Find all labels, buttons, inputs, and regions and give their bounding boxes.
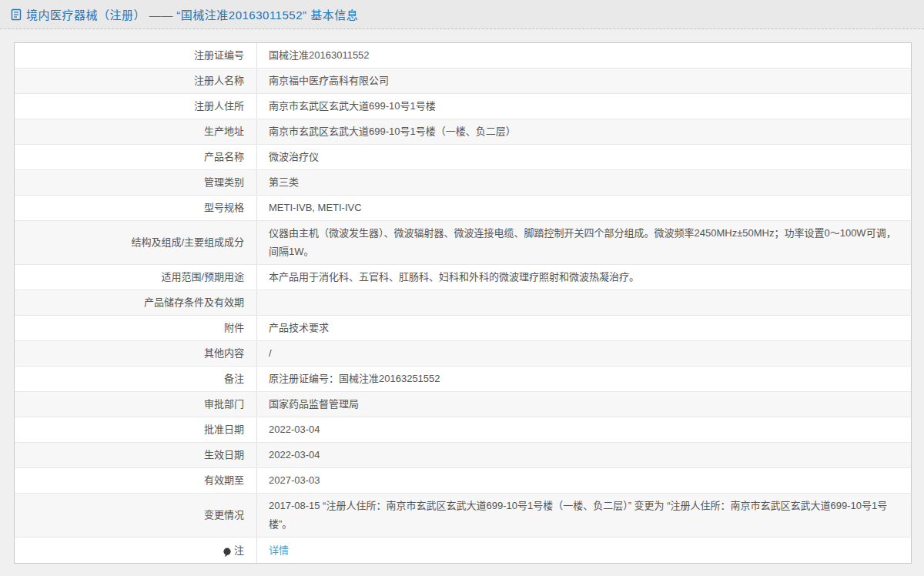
row-label: 管理类别 [15,170,257,195]
row-label: 注 [15,537,257,563]
row-value-text: / [269,344,272,363]
row-label: 注册证编号 [15,43,257,68]
row-label: 生效日期 [15,443,257,467]
row-label-text: 备注 [224,370,244,388]
details-link[interactable]: 详情 [269,541,289,560]
row-label: 注册人住所 [15,94,257,119]
row-label-text: 附件 [224,319,244,337]
row-value-text: 第三类 [269,173,299,192]
row-value-text: 2022-03-04 [269,420,320,439]
table-row: 批准日期 2022-03-04 [15,417,911,443]
table-row: 有效期至 2027-03-03 [15,468,911,494]
table-row: 管理类别 第三类 [15,170,911,196]
table-row: 其他内容 / [15,341,911,367]
row-value-text: 国家药品监督管理局 [269,395,359,414]
row-value: 仪器由主机（微波发生器）、微波辐射器、微波连接电缆、脚踏控制开关四个部分组成。微… [257,221,911,264]
table-row: 型号规格 METI-IVB, METI-IVC [15,196,911,221]
row-label-text: 生效日期 [204,446,244,464]
table-row: 审批部门 国家药品监督管理局 [15,392,911,417]
row-label-text: 注册人名称 [194,72,244,90]
row-value: 原注册证编号：国械注准20163251552 [257,367,911,391]
row-value: 南京福中医疗高科有限公司 [257,69,911,93]
row-value: 南京市玄武区玄武大道699-10号1号楼（一楼、负二层） [257,119,911,144]
row-label-text: 适用范围/预期用途 [161,268,244,286]
row-value: 南京市玄武区玄武大道699-10号1号楼 [257,94,911,119]
row-label-text: 审批部门 [204,395,244,414]
row-label: 变更情况 [15,494,257,537]
row-value: 本产品用于消化科、五官科、肛肠科、妇科和外科的微波理疗照射和微波热凝治疗。 [257,265,911,290]
row-label-text: 注册证编号 [194,46,244,65]
row-value: 微波治疗仪 [257,145,911,169]
table-row: 变更情况 2017-08-15 “注册人住所：南京市玄武区玄武大道699-10号… [15,494,911,537]
row-value-text: 南京市玄武区玄武大道699-10号1号楼（一楼、负二层） [269,122,516,141]
row-value: 详情 [257,537,911,563]
row-label: 产品名称 [15,145,257,169]
row-label-text: 型号规格 [204,199,244,217]
row-label-text: 有效期至 [204,471,244,490]
row-label-text: 注册人住所 [194,97,244,116]
document-icon [10,8,22,21]
row-label: 产品储存条件及有效期 [15,290,257,315]
row-label-text: 生产地址 [204,122,244,141]
row-value-text: 2027-03-03 [269,471,320,490]
table-row: 生产地址 南京市玄武区玄武大道699-10号1号楼（一楼、负二层） [15,119,911,145]
row-label: 注册人名称 [15,69,257,93]
row-label-text: 其他内容 [204,344,244,363]
row-label: 附件 [15,316,257,340]
row-label: 审批部门 [15,392,257,417]
row-label: 适用范围/预期用途 [15,265,257,290]
row-label-text: 注 [234,541,244,560]
row-value-text: 南京福中医疗高科有限公司 [269,72,389,90]
row-label: 其他内容 [15,341,257,366]
row-value: 国械注准20163011552 [257,43,911,68]
row-label: 批准日期 [15,417,257,442]
row-label-text: 变更情况 [204,506,244,524]
table-row: 结构及组成/主要组成成分 仪器由主机（微波发生器）、微波辐射器、微波连接电缆、脚… [15,221,911,265]
row-label-text: 结构及组成/主要组成成分 [131,233,244,252]
table-row: 注册证编号 国械注准20163011552 [15,43,911,69]
page-header: 境内医疗器械（注册） —— “国械注准20163011552” 基本信息 [0,0,924,29]
row-value-text: 原注册证编号：国械注准20163251552 [269,370,440,388]
row-value: 第三类 [257,170,911,195]
table-row: 附件 产品技术要求 [15,316,911,341]
table-row: 注册人住所 南京市玄武区玄武大道699-10号1号楼 [15,94,911,119]
row-value-text: 国械注准20163011552 [269,46,370,65]
row-label: 有效期至 [15,468,257,493]
row-value-text: 2017-08-15 “注册人住所：南京市玄武区玄武大道699-10号1号楼（一… [269,497,897,534]
table-row: 注 详情 [15,537,911,563]
row-value [257,290,911,315]
table-row: 生效日期 2022-03-04 [15,443,911,468]
info-table: 注册证编号 国械注准20163011552 注册人名称 南京福中医疗高科有限公司 [14,42,912,564]
row-label-text: 管理类别 [204,173,244,192]
row-label-text: 产品储存条件及有效期 [144,293,244,312]
row-value-text: 产品技术要求 [269,319,329,337]
row-value: 产品技术要求 [257,316,911,340]
row-value-text: 本产品用于消化科、五官科、肛肠科、妇科和外科的微波理疗照射和微波热凝治疗。 [269,268,639,286]
table-row: 产品名称 微波治疗仪 [15,145,911,170]
row-value: 国家药品监督管理局 [257,392,911,417]
row-value: METI-IVB, METI-IVC [257,196,911,220]
row-value-text: 仪器由主机（微波发生器）、微波辐射器、微波连接电缆、脚踏控制开关四个部分组成。微… [269,224,897,261]
row-value-text: 2022-03-04 [269,446,320,464]
row-label: 结构及组成/主要组成成分 [15,221,257,264]
table-row: 注册人名称 南京福中医疗高科有限公司 [15,69,911,94]
row-label: 备注 [15,367,257,391]
note-icon [223,545,232,555]
row-label: 型号规格 [15,196,257,220]
row-value-text: 南京市玄武区玄武大道699-10号1号楼 [269,97,436,116]
row-value: 2022-03-04 [257,417,911,442]
page-title: 境内医疗器械（注册） —— “国械注准20163011552” 基本信息 [26,6,358,22]
row-value-text: METI-IVB, METI-IVC [269,199,362,217]
row-value-text: 微波治疗仪 [269,148,319,166]
table-row: 产品储存条件及有效期 [15,290,911,316]
row-value: 2017-08-15 “注册人住所：南京市玄武区玄武大道699-10号1号楼（一… [257,494,911,537]
table-row: 备注 原注册证编号：国械注准20163251552 [15,367,911,392]
row-label: 生产地址 [15,119,257,144]
row-value: / [257,341,911,366]
row-value: 2022-03-04 [257,443,911,467]
row-label-text: 批准日期 [204,420,244,439]
table-row: 适用范围/预期用途 本产品用于消化科、五官科、肛肠科、妇科和外科的微波理疗照射和… [15,265,911,290]
row-label-text: 产品名称 [204,148,244,166]
row-value: 2027-03-03 [257,468,911,493]
